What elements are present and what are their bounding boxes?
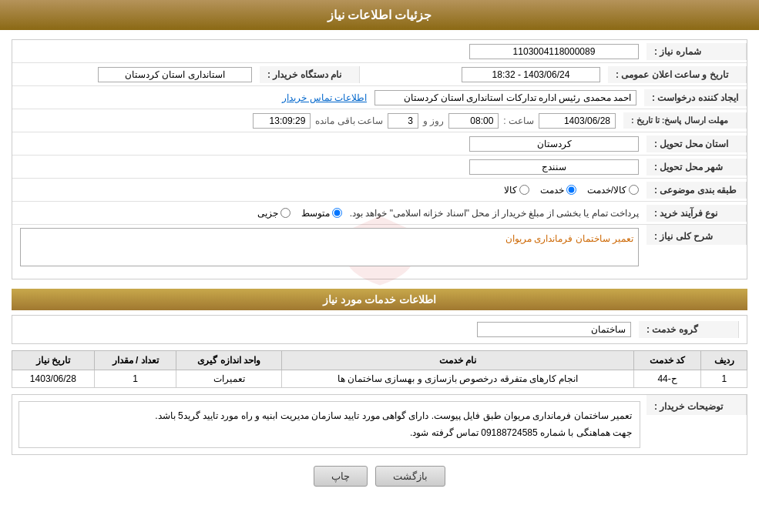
mohlat-baqi-label: ساعت باقی مانده [315,115,383,126]
services-tbody: 1ح-44انجام کارهای متفرقه درخصوص بازسازی … [12,370,747,388]
main-content: شماره نیاز : تاریخ و ساعت اعلان عمومی : … [0,30,759,507]
col-kod-khadamat: کد خدمت [633,351,701,370]
shomare-niaz-input[interactable] [469,44,639,59]
tarikh-value [361,64,608,85]
mohlat-label: مهلت ارسال پاسخ: تا تاریخ : [623,112,747,129]
no-farayand-jozvi-radio[interactable] [280,208,291,218]
no-farayand-label: نوع فرآیند خرید : [646,205,747,222]
tozihat-content: تعمیر ساختمان فرمانداری مریوان طبق فایل … [12,395,646,454]
no-farayand-note: پرداخت تمام یا بخشی از مبلغ خریدار از مح… [350,208,639,219]
tabaqe-row: طبقه بندی موضوعی : کالا/خدمت خدمت [12,179,747,202]
table-row: 1ح-44انجام کارهای متفرقه درخصوص بازسازی … [12,370,747,388]
dastgah-tarikh-row: تاریخ و ساعت اعلان عمومی : نام دستگاه خر… [12,63,747,86]
mohlat-roz-input[interactable] [388,113,418,129]
mohlat-saat-label: ساعت : [503,115,534,126]
tabaqe-khadamat-radio[interactable] [566,185,576,195]
section2-title: اطلاعات خدمات مورد نیاز [323,293,437,306]
section2-header: اطلاعات خدمات مورد نیاز [12,289,747,310]
col-radif: ردیف [701,351,747,370]
no-farayand-radio-group: متوسط جزیی [257,208,342,219]
page-header: جزئیات اطلاعات نیاز [0,0,759,30]
mohlat-row: مهلت ارسال پاسخ: تا تاریخ : ساعت : روز و… [12,109,747,132]
nam-dastgah-label: نام دستگاه خریدار : [260,66,360,83]
page-title: جزئیات اطلاعات نیاز [327,8,432,22]
col-tarikh-niaz: تاریخ نیاز [12,351,95,370]
tarikh-input[interactable] [462,67,600,82]
no-farayand-value: پرداخت تمام یا بخشی از مبلغ خریدار از مح… [12,205,646,222]
no-farayand-motovaset-label: متوسط [301,208,330,219]
no-farayand-jozvi-label: جزیی [257,208,278,219]
tabaqe-kala-khadamat-radio[interactable] [629,185,639,195]
table-cell-namKhadamat: انجام کارهای متفرقه درخصوص بازسازی و بهس… [282,370,634,388]
tabaqe-kala-label: کالا [504,185,517,196]
table-cell-vahedAndaze: تعمیرات [176,370,282,388]
ostan-label: استان محل تحویل : [646,136,747,152]
button-row: بازگشت چاپ [12,455,747,497]
table-cell-kodKhadamat: ح-44 [633,370,701,388]
shahr-value [12,156,646,178]
group-khadamat-section: گروه خدمت : [12,315,747,344]
nam-dastgah-input[interactable] [98,67,252,82]
mohlat-roz-label: روز و [423,115,444,126]
tarikh-label: تاریخ و ساعت اعلان عمومی : [608,66,747,83]
mohlat-value: ساعت : روز و ساعت باقی مانده [12,110,623,132]
ostan-row: استان محل تحویل : [12,132,747,156]
print-button[interactable]: چاپ [314,466,368,487]
ijad-konande-input[interactable] [374,90,636,105]
table-header-row: ردیف کد خدمت نام خدمت واحد اندازه گیری ت… [12,351,747,370]
table-cell-tarikhNiaz: 1403/06/28 [12,370,95,388]
no-farayand-row: نوع فرآیند خرید : پرداخت تمام یا بخشی از… [12,202,747,225]
group-khadamat-input[interactable] [477,322,631,337]
tozihat-section: توضیحات خریدار : تعمیر ساختمان فرمانداری… [12,394,747,455]
shomare-niaz-value [12,41,646,62]
tabaqe-kala-item: کالا [504,185,529,196]
back-button[interactable]: بازگشت [375,466,445,487]
tabaqe-khadamat-label: خدمت [540,185,564,196]
tabaqe-kala-khadamat-item: کالا/خدمت [587,185,639,196]
tabaqe-kala-khadamat-label: کالا/خدمت [587,185,626,196]
ijad-konande-label: ایجاد کننده درخواست : [644,89,747,106]
no-farayand-motovaset-item: متوسط [301,208,342,219]
table-cell-radif: 1 [701,370,747,388]
tabaqe-kala-radio[interactable] [519,185,529,195]
ijad-konande-value: اطلاعات تماس خریدار [12,87,644,109]
shomare-niaz-label: شماره نیاز : [646,43,747,60]
page-wrapper: جزئیات اطلاعات نیاز شماره نیاز : تاریخ و… [0,0,759,532]
ettela-tamas-link[interactable]: اطلاعات تماس خریدار [282,92,367,103]
ostan-value [12,133,646,155]
tozihat-box: تعمیر ساختمان فرمانداری مریوان طبق فایل … [18,401,640,448]
tabaqe-value: کالا/خدمت خدمت کالا [12,182,646,199]
col-tedad-megdar: تعداد / مقدار [94,351,176,370]
info-section: شماره نیاز : تاریخ و ساعت اعلان عمومی : … [12,39,747,279]
services-table: ردیف کد خدمت نام خدمت واحد اندازه گیری ت… [12,350,747,388]
group-khadamat-row: گروه خدمت : [12,316,747,343]
ijad-konande-row: ایجاد کننده درخواست : اطلاعات تماس خریدا… [12,86,747,109]
mohlat-saat-input[interactable] [448,113,499,129]
shahr-label: شهر محل تحویل : [646,159,747,176]
mohlat-baqi-input[interactable] [253,113,311,129]
sharh-kolli-label: شرح کلی نیاز : [646,225,747,245]
mohlat-date-input[interactable] [539,113,616,129]
sharh-kolli-value: تعمیر ساختمان فرمانداری مریوان [12,225,646,269]
tabaqe-label: طبقه بندی موضوعی : [646,182,747,199]
shomare-niaz-row: شماره نیاز : [12,40,747,63]
sharh-kolli-row: Ana Tender شرح کلی نیاز : تعمیر ساختمان … [12,225,747,279]
no-farayand-motovaset-radio[interactable] [332,208,342,218]
group-khadamat-label: گروه خدمت : [639,321,739,338]
tabaqe-khadamat-item: خدمت [540,185,576,196]
services-table-section: ردیف کد خدمت نام خدمت واحد اندازه گیری ت… [12,350,747,388]
ostan-input[interactable] [469,136,639,152]
tozihat-label: توضیحات خریدار : [646,395,747,415]
col-vahed-andaze: واحد اندازه گیری [176,351,282,370]
table-cell-tedadMegdar: 1 [94,370,176,388]
sharh-kolli-box: تعمیر ساختمان فرمانداری مریوان [20,228,639,266]
no-farayand-jozvi-item: جزیی [257,208,291,219]
shahr-input[interactable] [469,159,639,175]
group-khadamat-value [20,319,639,340]
tabaqe-radio-group: کالا/خدمت خدمت کالا [20,185,639,196]
col-nam-khadamat: نام خدمت [282,351,634,370]
shahr-row: شهر محل تحویل : [12,156,747,179]
nam-dastgah-value [12,64,260,85]
